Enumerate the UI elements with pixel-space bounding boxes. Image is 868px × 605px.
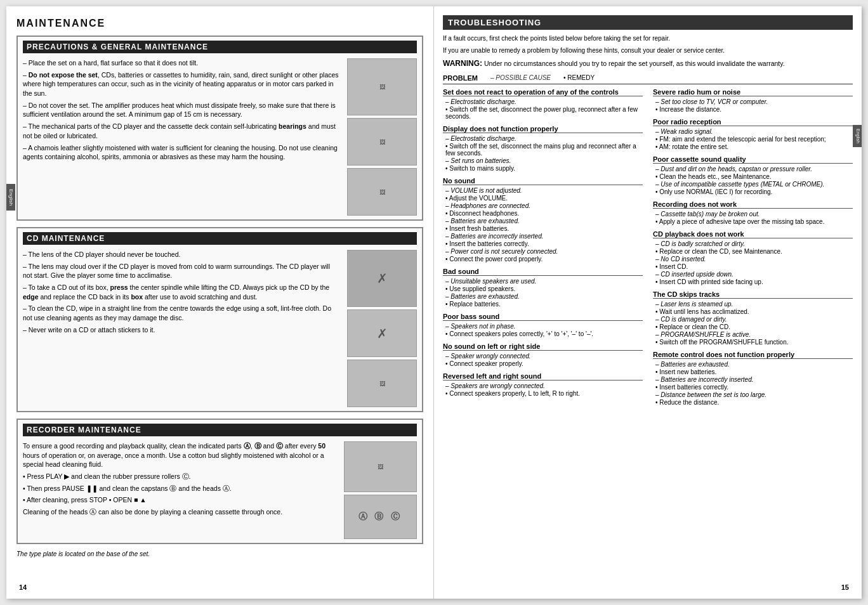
ts-cause-reversed-1: Speakers are wrongly connected.: [443, 382, 643, 389]
left-page: English MAINTENANCE PRECAUTIONS & GENERA…: [6, 6, 434, 599]
ts-remedy-poorbass-1: Connect speakers poles correctly, '+' to…: [443, 330, 643, 337]
ts-remedy-cdplayback-2: Insert CD.: [653, 263, 853, 270]
ts-cause-nosound-1: VOLUME is not adjusted.: [443, 187, 643, 194]
column-headers: PROBLEM – POSSIBLE CAUSE • REMEDY: [443, 74, 853, 84]
right-tab: English: [853, 125, 862, 147]
ts-cause-nosound-5: Power cord is not securely connected.: [443, 248, 643, 255]
cd-item-2: – The lens may cloud over if the CD play…: [23, 262, 341, 280]
ts-cause-remote-1: Batteries are exhausted.: [653, 361, 853, 368]
ts-remedy-remote-2: Insert batteries correctly.: [653, 384, 853, 391]
recorder-maintenance-header: RECORDER MAINTENANCE: [23, 424, 417, 436]
ts-remedy-nosound-1: Adjust the VOLUME.: [443, 195, 643, 202]
precaution-item-3: – Do not cover the set. The amplifier pr…: [23, 101, 341, 119]
precautions-content: – Place the set on a hard, flat surface …: [23, 58, 417, 216]
cd-item-4: – To clean the CD, wipe in a straight li…: [23, 304, 341, 322]
ts-title-remote: Remote control does not function properl…: [653, 351, 853, 359]
ts-poor-radio: Poor radio reception Weak radio signal. …: [653, 118, 853, 150]
ts-title-poor-radio: Poor radio reception: [653, 118, 853, 126]
ts-cause-nosound-4: Batteries are incorrectly inserted.: [443, 233, 643, 240]
ts-remedy-cdplayback-1: Replace or clean the CD, see Maintenance…: [653, 248, 853, 255]
header-remedy: • REMEDY: [563, 74, 595, 82]
cd-item-3: – To take a CD out of its box, press the…: [23, 283, 341, 301]
recorder-note: Cleaning of the heads Ⓐ can also be done…: [23, 507, 338, 517]
ts-cause-poorradio-1: Weak radio signal.: [653, 128, 853, 135]
ts-radio-hum: Severe radio hum or noise Set too close …: [653, 88, 853, 113]
page-number-right: 15: [841, 583, 849, 591]
precaution-item-2: – Do not expose the set, CDs, batteries …: [23, 70, 341, 98]
ts-remedy-cdskips-1: Wait until lens has acclimatized.: [653, 308, 853, 315]
recorder-images: 🖼 Ⓐ Ⓑ Ⓒ: [344, 441, 417, 539]
header-problem: PROBLEM: [443, 74, 478, 82]
ts-no-sound-side: No sound on left or right side Speaker w…: [443, 342, 643, 367]
cd-image-1: ✗: [347, 250, 417, 307]
ts-cause-display-2: Set runs on batteries.: [443, 157, 643, 164]
recorder-intro: To ensure a good recording and playback …: [23, 441, 338, 469]
ts-recording: Recording does not work Cassette tab(s) …: [653, 200, 853, 225]
ts-cause-nosound-2: Headphones are connected.: [443, 202, 643, 209]
ts-poor-bass: Poor bass sound Speakers not in phase. C…: [443, 313, 643, 337]
ts-cause-controls-1: Electrostatic discharge.: [443, 98, 643, 105]
ts-reversed-sound: Reversed left and right sound Speakers a…: [443, 372, 643, 397]
warning-body: Under no circumstances should you try to…: [484, 60, 785, 67]
ts-title-reversed: Reversed left and right sound: [443, 372, 643, 381]
ts-no-sound: No sound VOLUME is not adjusted. Adjust …: [443, 177, 643, 263]
warning-text: WARNING: Under no circumstances should y…: [443, 58, 853, 69]
precautions-text: – Place the set on a hard, flat surface …: [23, 58, 341, 216]
cd-image-2: ✗: [347, 309, 417, 357]
ts-left-column: Set does not react to operation of any o…: [443, 88, 643, 411]
ts-cause-recording-1: Cassette tab(s) may be broken out.: [653, 211, 853, 218]
ts-remote: Remote control does not function properl…: [653, 351, 853, 406]
cd-maintenance-section: CD MAINTENANCE – The lens of the CD play…: [16, 227, 423, 412]
ts-remedy-nosound-5: Connect the power cord properly.: [443, 256, 643, 263]
ts-remedy-display-2: Switch to mains supply.: [443, 165, 643, 172]
ts-remedy-poorcassette-2: Only use NORMAL (IEC I) for recording.: [653, 188, 853, 195]
cd-item-5: – Never write on a CD or attach stickers…: [23, 325, 341, 335]
precaution-item-4: – The mechanical parts of the CD player …: [23, 122, 341, 140]
ts-cause-nosound-3: Batteries are exhausted.: [443, 218, 643, 224]
left-page-title: MAINTENANCE: [16, 18, 423, 29]
ts-cause-cdskips-2: CD is damaged or dirty.: [653, 316, 853, 323]
ts-cd-skips: The CD skips tracks Laser lens is steame…: [653, 290, 853, 346]
ts-remedy-cdplayback-3: Insert CD with printed side facing up.: [653, 278, 853, 285]
ts-title-no-sound-side: No sound on left or right side: [443, 342, 643, 351]
recorder-text: To ensure a good recording and playback …: [23, 441, 338, 539]
ts-remedy-nosoundside-1: Connect speaker properly.: [443, 360, 643, 367]
cd-maintenance-text: – The lens of the CD player should never…: [23, 250, 341, 407]
ts-remedy-cdskips-3: Switch off the PROGRAM/SHUFFLE function.: [653, 339, 853, 346]
ts-title-controls: Set does not react to operation of any o…: [443, 88, 643, 96]
precautions-header: PRECAUTIONS & GENERAL MAINTENANCE: [23, 41, 417, 53]
ts-cause-cdskips-1: Laser lens is steamed up.: [653, 301, 853, 308]
ts-title-radio-hum: Severe radio hum or noise: [653, 88, 853, 96]
ts-cause-radiohum-1: Set too close to TV, VCR or computer.: [653, 98, 853, 105]
ts-cause-cdskips-3: PROGRAM/SHUFFLE is active.: [653, 331, 853, 338]
cd-maintenance-images: ✗ ✗ 🖼: [347, 250, 417, 407]
intro-text-2: If you are unable to remedy a problem by…: [443, 46, 853, 55]
ts-remedy-display-1: Switch off the set, disconnect the mains…: [443, 143, 643, 157]
ts-remedy-badsound-2: Replace batteries.: [443, 301, 643, 308]
ts-cause-remote-3: Distance between the set is too large.: [653, 391, 853, 398]
troubleshooting-columns: Set does not react to operation of any o…: [443, 88, 853, 411]
precautions-images: 🖼 🖼 🖼: [347, 58, 417, 216]
recorder-item-3: • After cleaning, press STOP • OPEN ■ ▲: [23, 495, 338, 505]
ts-cause-cdplayback-1: CD is badly scratched or dirty.: [653, 240, 853, 247]
precautions-section: PRECAUTIONS & GENERAL MAINTENANCE – Plac…: [16, 36, 423, 221]
recorder-item-1: • Press PLAY ▶ and clean the rubber pres…: [23, 472, 338, 481]
ts-remedy-recording-1: Apply a piece of adhesive tape over the …: [653, 218, 853, 225]
intro-text-1: If a fault occurs, first check the point…: [443, 34, 853, 43]
ts-set-controls: Set does not react to operation of any o…: [443, 88, 643, 120]
ts-cause-display-1: Electrostatic discharge.: [443, 135, 643, 142]
ts-remedy-poorcassette-1: Clean the heads etc., see Maintenance.: [653, 173, 853, 180]
right-page: TROUBLESHOOTING If a fault occurs, first…: [434, 6, 862, 599]
right-page-title: TROUBLESHOOTING: [443, 15, 853, 30]
ts-title-cd-playback: CD playback does not work: [653, 230, 853, 238]
ts-title-no-sound: No sound: [443, 177, 643, 185]
left-tab: English: [6, 184, 15, 211]
ts-cd-playback: CD playback does not work CD is badly sc…: [653, 230, 853, 285]
precaution-image-1: 🖼: [347, 58, 417, 115]
ts-cause-nosoundside-1: Speaker wrongly connected.: [443, 353, 643, 360]
ts-remedy-nosound-2: Disconnect headphones.: [443, 210, 643, 217]
cd-maintenance-header: CD MAINTENANCE: [23, 232, 417, 245]
ts-poor-cassette: Poor cassette sound quality Dust and dir…: [653, 155, 853, 195]
recorder-item-2: • Then press PAUSE ❚❚ and clean the caps…: [23, 484, 338, 493]
ts-title-recording: Recording does not work: [653, 200, 853, 209]
